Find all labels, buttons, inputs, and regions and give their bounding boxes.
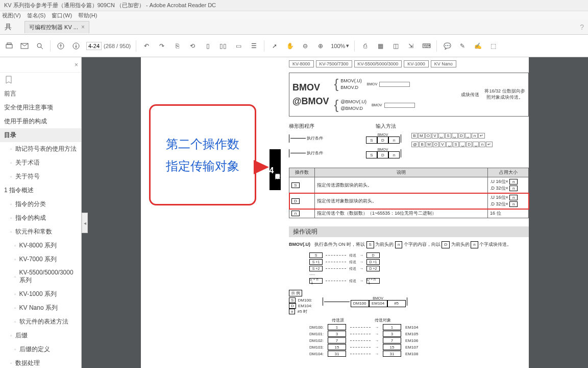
svg-rect-0 [6, 44, 12, 48]
help-icon[interactable]: ? [580, 23, 584, 31]
fit-width-icon[interactable]: ⎘ [172, 41, 182, 51]
next-page-icon[interactable] [71, 41, 81, 51]
instruction-name-at: @BMOV [292, 96, 329, 107]
table-row: S 指定传送源数据块的前头。 .U 16位× n.D 32位× n [289, 177, 529, 193]
scroll-icon[interactable]: ▭ [233, 41, 243, 51]
close-icon[interactable]: × [81, 24, 85, 31]
sidebar-item[interactable]: ▫指令的分类 [0, 197, 81, 211]
sidebar-item[interactable]: 安全使用注意事项 [0, 101, 81, 114]
instruction-name: BMOV [292, 82, 329, 93]
pdf-page: 第二个操作数 指定传输对象 数据处理指令 4 KV-8000KV-7500/73… [141, 57, 529, 368]
sign-icon[interactable]: ✍ [473, 41, 483, 51]
main-area: × 前言安全使用注意事项使用手册的构成目录▫助记符号表的使用方法▫关于术语▫关于… [0, 57, 588, 368]
svg-rect-1 [7, 43, 11, 44]
sidebar-item[interactable]: ▫关于术语 [0, 156, 81, 170]
toolbar: (268 / 950) ↶ ↷ ⎘ ⟲ ▯ ▯▯ ▭ ☰ ➚ ✋ ⊖ ⊕ 100… [0, 35, 588, 57]
table-row: n 指定传送个数（数据数）（1~65535：16位无符号二进制） 16 位 [289, 209, 529, 218]
separator [436, 40, 437, 52]
rotate-icon[interactable]: ⟲ [187, 41, 198, 51]
tool-icon[interactable]: ⇲ [406, 41, 416, 51]
two-page-icon[interactable]: ▯▯ [218, 41, 228, 51]
operation-title: 操作说明 [289, 226, 529, 237]
document-content: KV-8000KV-7500/7300KV-5500/5000/3000KV-1… [289, 60, 529, 357]
collapse-handle[interactable]: ◂ [82, 213, 88, 233]
sidebar-item[interactable]: ▫助记符号表的使用方法 [0, 142, 81, 156]
bookmark-icon[interactable] [0, 73, 81, 87]
print-icon[interactable] [4, 41, 14, 51]
instruction-header-box: BMOV @BMOV {BMOV(.U)BMOV.DBMOV {@BMOV(.U… [289, 73, 529, 117]
zoom-out-icon[interactable]: ⊖ [300, 41, 310, 51]
operand-table: 操作数说明占用大小 S 指定传送源数据块的前头。 .U 16位× n.D 32位… [289, 168, 529, 218]
sidebar-item[interactable]: ▫KV-8000 系列 [0, 239, 81, 252]
section-headers: 梯形图程序 输入方法 [289, 123, 529, 130]
prev-page-icon[interactable] [56, 41, 66, 51]
redo-icon[interactable]: ↷ [157, 41, 167, 51]
tool-icon[interactable]: ⌨ [421, 41, 431, 51]
sidebar-item[interactable]: ▫KV-7000 系列 [0, 252, 81, 266]
sidebar-item[interactable]: 使用手册的构成 [0, 114, 81, 128]
read-mode-icon[interactable]: ☰ [249, 41, 259, 51]
sidebar-close[interactable]: × [0, 57, 81, 73]
sidebar-item[interactable]: ▫后缀的定义 [0, 342, 81, 356]
sidebar-item[interactable]: 1 指令概述 [0, 183, 81, 197]
sidebar-item[interactable]: ▫后缀 [0, 329, 81, 342]
search-icon[interactable] [35, 41, 45, 51]
hand-icon[interactable]: ✋ [285, 41, 295, 51]
sidebar-item[interactable]: 前言 [0, 87, 81, 101]
window-titlebar: KV 系列指令参考手册（通用指令篇）909CN （已加密） - Adobe Ac… [0, 0, 588, 11]
sidebar-item[interactable]: 目录 [0, 128, 81, 142]
example-section: 示 例 S DM100: D EM104: n #5 时 BMOV DM100E… [289, 289, 529, 314]
sidebar-item[interactable]: ▫数据处理 [0, 356, 81, 368]
operation-body: BMOV(.U) 执行条件为 ON 时，将以 S 为前头的 n 个字的内容，向以… [289, 241, 529, 248]
annotation-callout: 第二个操作数 指定传输对象 [149, 104, 256, 205]
kv-model-tags: KV-8000KV-7500/7300KV-5500/5000/3000KV-1… [289, 60, 529, 67]
svg-point-3 [37, 43, 41, 48]
sidebar-item[interactable]: ▫KV-1000 系列 [0, 287, 81, 301]
separator [354, 40, 355, 52]
menu-view[interactable]: 视图(V) [2, 12, 21, 19]
separator [136, 40, 136, 52]
table-row: D 指定传送对象数据块的前头。 .U 16位× n.D 32位× n [289, 193, 529, 209]
tool-icon[interactable]: ◫ [390, 41, 401, 51]
undo-icon[interactable]: ↶ [141, 41, 152, 51]
page-view-icon[interactable]: ▯ [203, 41, 213, 51]
stamp-icon[interactable]: ⬚ [488, 41, 498, 51]
instruction-desc: 将16/32 位数据向参照对象成块传送。 [484, 88, 525, 100]
sidebar-item[interactable]: ▫软元件和常数 [0, 225, 81, 239]
kv-tag: KV-1000 [404, 60, 429, 67]
tab-label: 可编程控制器 KV ... [29, 24, 78, 31]
example-table: 传送源传送对象 DM100:1→1EM104DM101:3→3EM105DM10… [309, 317, 529, 357]
select-icon[interactable]: ➚ [270, 41, 280, 51]
page-info: (268 / 950) [86, 42, 131, 50]
tool-icon[interactable]: ⎙ [360, 41, 370, 51]
home-icon[interactable]: 具 [2, 21, 14, 33]
highlight-icon[interactable]: ✎ [457, 41, 468, 51]
chapter-tab: 数据处理指令 4 [270, 149, 281, 190]
document-tab[interactable]: 可编程控制器 KV ... × [24, 21, 89, 33]
bookmarks-sidebar: × 前言安全使用注意事项使用手册的构成目录▫助记符号表的使用方法▫关于术语▫关于… [0, 57, 82, 368]
mail-icon[interactable] [19, 41, 30, 51]
zoom-in-icon[interactable]: ⊕ [315, 41, 326, 51]
bookmark-list: 前言安全使用注意事项使用手册的构成目录▫助记符号表的使用方法▫关于术语▫关于符号… [0, 87, 81, 368]
sidebar-item[interactable]: ▫软元件的表述方法 [0, 315, 81, 329]
menu-sign[interactable]: 签名(S) [27, 12, 46, 19]
menu-help[interactable]: 帮助(H) [78, 12, 97, 19]
menubar: 视图(V) 签名(S) 窗口(W) 帮助(H) [0, 11, 588, 19]
sidebar-item[interactable]: ▫KV-5500/5000/3000 系列 [0, 266, 81, 287]
comment-icon[interactable]: 💬 [442, 41, 452, 51]
sidebar-item[interactable]: ▫关于符号 [0, 170, 81, 183]
tool-icon[interactable]: ▦ [375, 41, 385, 51]
callout-line2: 指定传输对象 [166, 155, 239, 177]
ladder-diagram: 执行条件 BMOV SDn 执行条件 BMOV SDn [289, 133, 401, 163]
page-input[interactable] [86, 42, 102, 50]
separator [264, 40, 264, 52]
window-title: KV 系列指令参考手册（通用指令篇）909CN （已加密） - Adobe Ac… [4, 2, 216, 9]
sidebar-item[interactable]: ▫KV Nano 系列 [0, 301, 81, 315]
kv-tag: KV Nano [431, 60, 456, 67]
zoom-level[interactable]: 100% ▾ [331, 42, 349, 49]
kv-tag: KV-5500/5000/3000 [354, 60, 402, 67]
callout-line1: 第二个操作数 [166, 133, 239, 155]
pdf-viewer[interactable]: ◂ 第二个操作数 指定传输对象 数据处理指令 4 KV-8000KV-7500/… [82, 57, 588, 368]
sidebar-item[interactable]: ▫指令的构成 [0, 211, 81, 225]
menu-window[interactable]: 窗口(W) [52, 12, 72, 19]
